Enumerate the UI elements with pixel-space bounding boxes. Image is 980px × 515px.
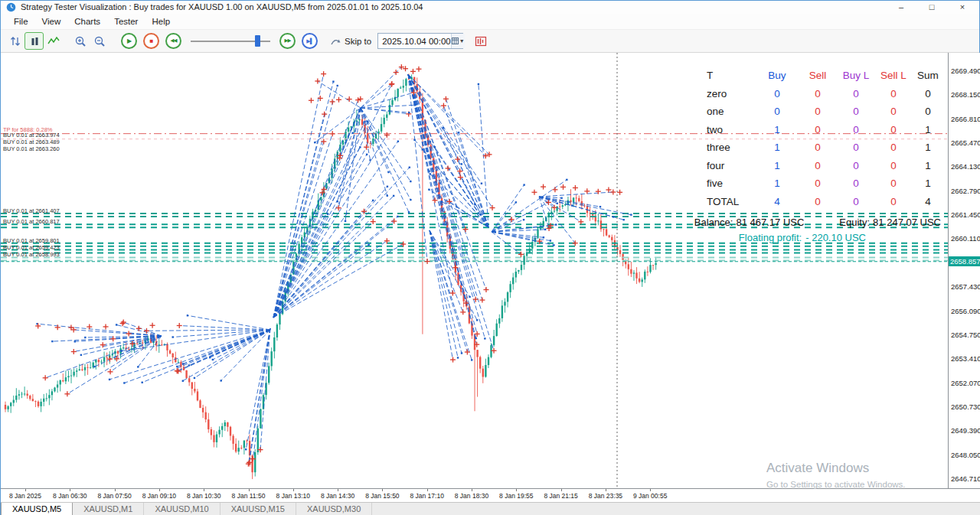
speed-slider[interactable] — [191, 33, 270, 49]
table-cell: 1 — [756, 174, 799, 193]
table-cell: zero — [696, 85, 756, 103]
zoom-in-button[interactable] — [70, 32, 90, 50]
tab-xauusd-m30[interactable]: XAUUSD,M30 — [296, 503, 372, 515]
price-label: 2649.390 — [951, 426, 980, 435]
table-cell: 1 — [912, 121, 944, 139]
menu-file[interactable]: File — [7, 15, 35, 28]
tab-xauusd-m5[interactable]: XAUUSD,M5 — [1, 503, 73, 515]
app-icon — [6, 2, 16, 12]
price-label: 2664.130 — [951, 162, 980, 171]
table-cell: one — [696, 103, 756, 121]
tab-xauusd-m15[interactable]: XAUUSD,M15 — [220, 503, 296, 515]
price-label: 2666.810 — [951, 115, 980, 123]
time-tick — [293, 489, 294, 491]
account-status-row: Balance:81 467.17 USC Equity:81 247.07 U… — [694, 217, 944, 228]
svg-text:BUY 0.01 at 2663.974: BUY 0.01 at 2663.974 — [3, 132, 60, 139]
bar-chart-mode-button[interactable] — [24, 32, 44, 50]
chart-tabs: XAUUSD,M5XAUUSD,M1XAUUSD,M10XAUUSD,M15XA… — [1, 502, 980, 515]
floating-profit-text: Floating profit:- 220.10 USC — [739, 232, 870, 243]
dropdown-arrow-icon: ▼ — [459, 38, 465, 44]
time-label: 8 Jan 17:10 — [405, 492, 449, 500]
time-label: 8 Jan 11:50 — [227, 492, 271, 500]
time-label: 8 Jan 19:55 — [494, 492, 538, 500]
stop-icon: ■ — [150, 38, 153, 44]
table-cell: 1 — [912, 139, 944, 157]
svg-text:BUY 0.01 at 2660.817: BUY 0.01 at 2660.817 — [3, 218, 60, 225]
price-label: 2652.070 — [951, 379, 980, 387]
time-tick — [70, 489, 70, 491]
chart-shift-button[interactable] — [5, 32, 24, 50]
skip-end-button[interactable]: ▶▌ — [302, 33, 318, 49]
updown-arrows-icon — [9, 35, 21, 47]
price-label: 2660.110 — [951, 234, 980, 243]
table-cell: five — [696, 174, 756, 193]
time-tick — [25, 489, 26, 491]
play-button[interactable]: ▶ — [121, 33, 137, 49]
table-cell: 0 — [799, 121, 837, 139]
table-header-cell: Sell L — [875, 67, 912, 85]
skip-to-date-input[interactable]: 2025.10.04 00:00 ▼ — [377, 33, 463, 49]
skip-to-label: Skip to — [345, 37, 371, 46]
time-tick — [204, 489, 204, 491]
menu-view[interactable]: View — [35, 15, 68, 28]
tab-xauusd-m10[interactable]: XAUUSD,M10 — [144, 503, 220, 515]
price-label: 2657.430 — [951, 282, 980, 291]
slider-handle[interactable] — [255, 35, 260, 47]
time-label: 8 Jan 2025 — [3, 492, 47, 500]
price-label: 2669.490 — [951, 67, 980, 75]
time-label: 8 Jan 13:10 — [271, 492, 315, 500]
open-chart-button[interactable] — [471, 32, 490, 50]
price-label: 2654.750 — [951, 331, 980, 339]
window-title: Strategy Tester Visualization : Buy trad… — [21, 2, 423, 11]
table-cell: 4 — [756, 193, 799, 211]
table-cell: 0 — [875, 85, 912, 103]
table-cell: 0 — [837, 103, 875, 121]
table-cell: 1 — [756, 139, 799, 157]
minimize-button[interactable]: – — [886, 1, 916, 14]
rewind-button[interactable]: ◀◀ — [165, 33, 181, 49]
calendar-grid-icon — [452, 37, 459, 44]
maximize-button[interactable]: □ — [916, 1, 947, 14]
table-header-cell: Sell — [799, 67, 837, 85]
table-cell: 4 — [912, 193, 944, 211]
time-tick — [606, 489, 606, 491]
date-dropdown-button[interactable]: ▼ — [451, 34, 465, 48]
time-axis[interactable]: 8 Jan 20258 Jan 06:308 Jan 07:508 Jan 09… — [1, 488, 980, 502]
stop-button[interactable]: ■ — [143, 33, 159, 49]
table-cell: 0 — [837, 157, 875, 175]
menu-tester[interactable]: Tester — [107, 15, 145, 28]
table-cell: 0 — [875, 139, 912, 157]
zoom-in-icon — [74, 35, 87, 47]
menu-help[interactable]: Help — [145, 15, 177, 28]
menu-charts[interactable]: Charts — [67, 15, 107, 28]
table-cell: 0 — [837, 174, 875, 193]
zoom-out-button[interactable] — [90, 32, 109, 50]
table-cell: 0 — [875, 121, 912, 139]
line-chart-mode-button[interactable] — [44, 32, 63, 50]
fast-forward-button[interactable]: ▶▶ — [279, 33, 296, 49]
table-cell: 0 — [799, 157, 837, 175]
table-cell: TOTAL — [696, 193, 756, 211]
chart-area: TP for 5888: 0.28%BUY 0.01 at 2663.974BU… — [1, 53, 948, 488]
table-cell: 0 — [912, 103, 944, 121]
tab-xauusd-m1[interactable]: XAUUSD,M1 — [73, 503, 144, 515]
menu-bar: FileViewChartsTesterHelp — [1, 14, 979, 30]
table-cell: 0 — [837, 121, 875, 139]
table-cell: 0 — [875, 193, 912, 211]
table-cell: 0 — [875, 157, 912, 175]
table-cell: three — [696, 139, 756, 157]
table-cell: 0 — [837, 139, 875, 157]
time-tick — [115, 489, 116, 491]
time-tick — [382, 489, 383, 491]
price-label: 2646.710 — [951, 474, 980, 483]
close-button[interactable]: × — [947, 1, 978, 14]
zigzag-icon — [47, 35, 60, 47]
trade-markers-layer — [35, 64, 632, 467]
time-tick — [516, 489, 517, 491]
titlebar: Strategy Tester Visualization : Buy trad… — [1, 1, 979, 14]
time-tick — [159, 489, 160, 491]
svg-text:BUY 0.01 at 2659.801: BUY 0.01 at 2659.801 — [3, 237, 60, 244]
price-axis[interactable]: 2669.4902668.1502666.8102665.4702664.130… — [948, 53, 980, 488]
table-cell: 1 — [756, 157, 799, 175]
table-cell: 0 — [799, 139, 837, 157]
